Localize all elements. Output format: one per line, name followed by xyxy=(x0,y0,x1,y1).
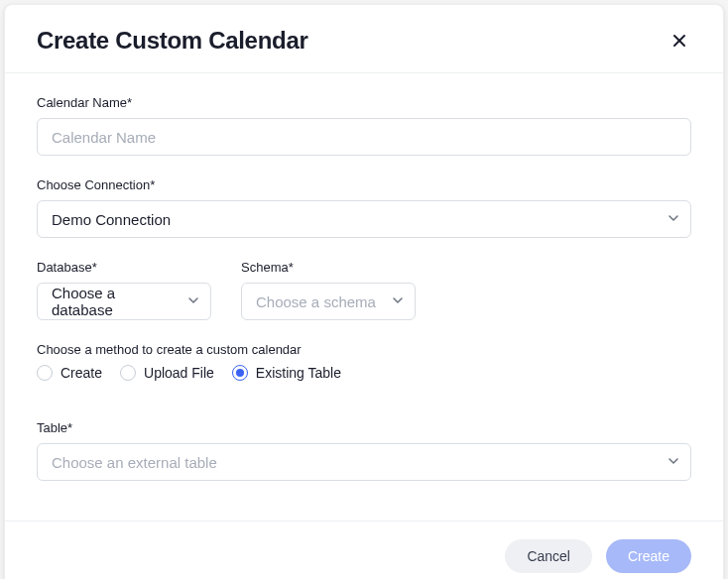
table-label: Table* xyxy=(37,420,691,435)
method-option-label: Existing Table xyxy=(256,365,341,381)
connection-label: Choose Connection* xyxy=(37,177,691,192)
database-select-value: Choose a database xyxy=(37,283,211,320)
close-button[interactable] xyxy=(667,29,691,53)
database-label: Database* xyxy=(37,260,211,275)
radio-icon xyxy=(37,365,53,381)
db-schema-row: Database* Choose a database Schema* Choo… xyxy=(37,260,691,320)
modal-title: Create Custom Calendar xyxy=(37,27,307,55)
schema-label: Schema* xyxy=(241,260,416,275)
calendar-name-label: Calendar Name* xyxy=(37,95,691,110)
table-select-placeholder: Choose an external table xyxy=(37,443,691,481)
radio-icon-selected xyxy=(232,365,248,381)
modal-header: Create Custom Calendar xyxy=(5,5,723,73)
method-group: Choose a method to create a custom calen… xyxy=(37,342,691,381)
calendar-name-group: Calendar Name* xyxy=(37,95,691,156)
connection-select[interactable]: Demo Connection xyxy=(37,200,691,238)
connection-select-value: Demo Connection xyxy=(37,200,691,238)
radio-icon xyxy=(120,365,136,381)
connection-group: Choose Connection* Demo Connection xyxy=(37,177,691,238)
method-option-label: Create xyxy=(61,365,102,381)
schema-select[interactable]: Choose a schema xyxy=(241,283,416,320)
close-icon xyxy=(671,33,687,49)
table-select[interactable]: Choose an external table xyxy=(37,443,691,481)
modal-body: Calendar Name* Choose Connection* Demo C… xyxy=(5,73,723,521)
method-option-existing-table[interactable]: Existing Table xyxy=(232,365,341,381)
cancel-button[interactable]: Cancel xyxy=(505,539,592,573)
method-option-create[interactable]: Create xyxy=(37,365,102,381)
calendar-name-input[interactable] xyxy=(37,118,691,156)
create-button[interactable]: Create xyxy=(606,539,691,573)
database-select[interactable]: Choose a database xyxy=(37,283,211,320)
schema-select-placeholder: Choose a schema xyxy=(241,283,416,320)
radio-dot xyxy=(236,369,244,377)
method-label: Choose a method to create a custom calen… xyxy=(37,342,691,357)
table-group: Table* Choose an external table xyxy=(37,420,691,481)
create-custom-calendar-modal: Create Custom Calendar Calendar Name* Ch… xyxy=(4,4,724,579)
method-option-label: Upload File xyxy=(144,365,214,381)
database-group: Database* Choose a database xyxy=(37,260,211,320)
schema-group: Schema* Choose a schema xyxy=(241,260,416,320)
modal-footer: Cancel Create xyxy=(5,521,723,579)
method-option-upload-file[interactable]: Upload File xyxy=(120,365,214,381)
method-radio-group: Create Upload File Existing Table xyxy=(37,365,691,381)
